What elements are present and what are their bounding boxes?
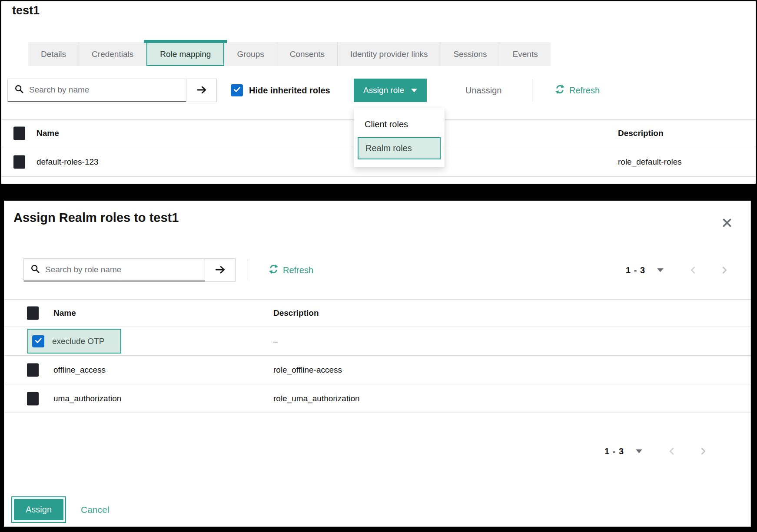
role-description-cell: role_uma_authorization bbox=[273, 394, 360, 403]
tab-bar: Details Credentials Role mapping Groups … bbox=[28, 42, 551, 66]
assign-role-menu: Client roles Realm roles bbox=[354, 108, 445, 167]
row-checkbox[interactable] bbox=[27, 363, 39, 377]
pagination-top: 1 - 3 bbox=[626, 258, 739, 282]
assign-role-button-label: Assign role bbox=[363, 86, 404, 95]
pagination-prev-button[interactable] bbox=[667, 446, 677, 456]
caret-down-icon bbox=[411, 89, 417, 93]
tab-credentials[interactable]: Credentials bbox=[79, 42, 146, 66]
refresh-icon bbox=[555, 84, 565, 96]
menu-item-realm-roles[interactable]: Realm roles bbox=[358, 137, 441, 159]
table-row-uma-authorization: uma_authorization role_uma_authorization bbox=[4, 384, 750, 413]
pagination-next-button[interactable] bbox=[698, 446, 708, 456]
pagination-prev-button[interactable] bbox=[688, 265, 698, 275]
pagination-range: 1 - 3 bbox=[626, 265, 645, 275]
tab-consents[interactable]: Consents bbox=[277, 42, 338, 66]
name-column-header: Name bbox=[53, 308, 76, 318]
row-checkbox-checked[interactable] bbox=[32, 335, 44, 347]
hide-inherited-roles-control: Hide inherited roles bbox=[231, 84, 330, 96]
modal-close-button[interactable] bbox=[722, 218, 732, 229]
description-column-header: Description bbox=[618, 129, 664, 138]
tab-identity-provider-links[interactable]: Identity provider links bbox=[338, 42, 441, 66]
pagination-caret-down-icon[interactable] bbox=[657, 268, 664, 272]
modal-search-submit-button[interactable] bbox=[205, 259, 235, 281]
role-search-field bbox=[8, 79, 186, 102]
search-icon bbox=[14, 84, 24, 96]
role-description-cell: – bbox=[273, 337, 278, 346]
menu-item-client-roles[interactable]: Client roles bbox=[358, 115, 441, 134]
unassign-button[interactable]: Unassign bbox=[465, 79, 501, 102]
description-column-header: Description bbox=[273, 308, 319, 318]
table-row-offline-access: offline_access role_offline-access bbox=[4, 356, 750, 384]
tab-role-mapping[interactable]: Role mapping bbox=[146, 42, 224, 66]
refresh-icon bbox=[269, 264, 279, 276]
assign-realm-roles-modal: Assign Realm roles to test1 bbox=[4, 201, 751, 527]
table-row-execlude-otp: execlude OTP – bbox=[4, 327, 750, 356]
role-description-cell: role_default-roles bbox=[618, 157, 682, 167]
role-description-cell: role_offline-access bbox=[273, 365, 342, 375]
page-title: test1 bbox=[12, 4, 40, 17]
search-icon bbox=[30, 264, 40, 275]
cancel-button[interactable]: Cancel bbox=[81, 502, 109, 517]
modal-toolbar-divider bbox=[248, 259, 248, 281]
row-checkbox[interactable] bbox=[27, 392, 39, 405]
role-name-cell: offline_access bbox=[53, 365, 106, 375]
pagination-next-button[interactable] bbox=[720, 265, 729, 275]
modal-title: Assign Realm roles to test1 bbox=[13, 211, 179, 225]
search-by-name-input[interactable] bbox=[29, 85, 186, 95]
pagination-range: 1 - 3 bbox=[604, 446, 624, 456]
arrow-right-icon bbox=[196, 84, 207, 97]
tab-details[interactable]: Details bbox=[28, 42, 79, 66]
refresh-label: Refresh bbox=[283, 265, 313, 275]
role-name-cell: default-roles-123 bbox=[37, 157, 99, 167]
role-name-cell: uma_authorization bbox=[53, 394, 121, 403]
role-search-group bbox=[7, 79, 217, 102]
select-all-checkbox[interactable] bbox=[13, 127, 25, 140]
name-column-header: Name bbox=[37, 129, 59, 138]
refresh-button[interactable]: Refresh bbox=[555, 79, 600, 102]
search-by-role-name-input[interactable] bbox=[45, 265, 205, 274]
row-checkbox[interactable] bbox=[13, 155, 25, 169]
assign-role-button[interactable]: Assign role bbox=[354, 79, 427, 102]
toolbar-divider bbox=[532, 79, 532, 101]
screenshot-canvas: { "colors": { "accent": "#2a9d8f", "acce… bbox=[0, 0, 757, 532]
modal-search-group bbox=[23, 258, 236, 282]
tab-events[interactable]: Events bbox=[500, 42, 551, 66]
modal-table-header: Name Description bbox=[4, 299, 750, 327]
assign-button[interactable]: Assign bbox=[14, 499, 63, 520]
pagination-caret-down-icon[interactable] bbox=[636, 449, 642, 453]
assign-button-focus-ring: Assign bbox=[11, 496, 66, 523]
user-detail-page: test1 Details Credentials Role mapping G… bbox=[1, 1, 756, 184]
close-icon bbox=[722, 223, 732, 229]
pagination-bottom: 1 - 3 bbox=[604, 439, 717, 463]
modal-refresh-button[interactable]: Refresh bbox=[269, 258, 313, 282]
check-icon bbox=[34, 336, 43, 347]
role-name-cell: execlude OTP bbox=[52, 337, 104, 346]
hide-inherited-roles-checkbox[interactable] bbox=[231, 84, 243, 96]
selected-role-cell[interactable]: execlude OTP bbox=[27, 329, 121, 354]
tab-groups[interactable]: Groups bbox=[224, 42, 277, 66]
modal-select-all-checkbox[interactable] bbox=[27, 307, 39, 320]
arrow-right-icon bbox=[215, 264, 226, 277]
check-icon bbox=[232, 85, 241, 96]
refresh-label: Refresh bbox=[569, 86, 600, 96]
modal-search-field bbox=[24, 259, 205, 281]
search-submit-button[interactable] bbox=[186, 79, 216, 102]
tab-sessions[interactable]: Sessions bbox=[441, 42, 500, 66]
hide-inherited-roles-label: Hide inherited roles bbox=[249, 86, 330, 96]
